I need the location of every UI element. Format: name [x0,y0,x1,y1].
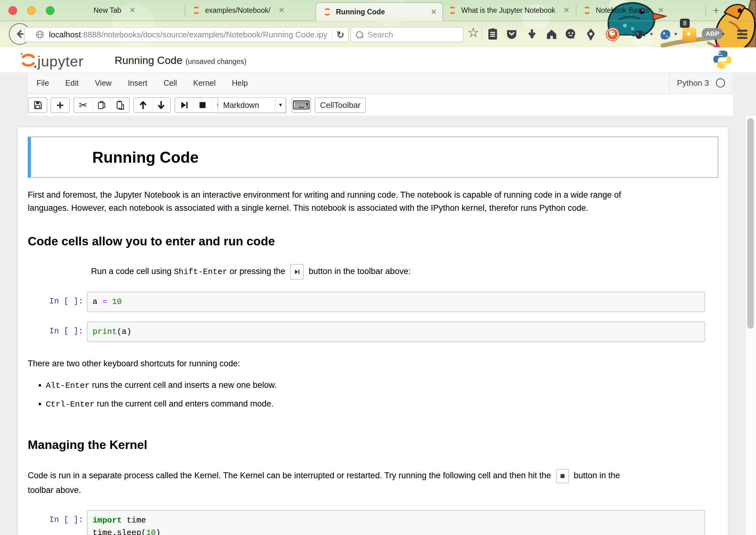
cell-type-select[interactable]: Markdown ▼ [218,97,286,113]
window-minimize-button[interactable] [27,6,36,15]
url-bar[interactable]: localhost:8888/notebooks/docs/source/exa… [24,27,348,42]
pocket-icon[interactable] [505,28,518,41]
paste-cell-button[interactable] [111,98,129,112]
window-zoom-button[interactable] [46,6,55,15]
kernel-indicator: Python 3 [669,73,733,93]
page-title: Running Code [92,148,712,166]
cut-cell-button[interactable]: ✂ [74,98,93,112]
scrollbar-thumb[interactable] [747,118,754,328]
url-host: localhost [49,30,81,40]
copy-cell-button[interactable] [93,98,111,112]
extension-badge: 8 [680,19,689,28]
bookmark-star-icon[interactable]: ☆ [468,25,479,40]
menu-kernel[interactable]: Kernel [185,78,224,88]
tab-notebook-basics[interactable]: Notebook Basics ✕ [583,0,664,20]
blue-extension-icon[interactable] [658,27,672,42]
code-line: a = 10 [93,296,700,308]
search-icon [356,31,363,38]
sparkle-extension-icon[interactable] [683,27,696,41]
window-close-button[interactable] [9,6,17,15]
tab-close-icon[interactable]: ✕ [563,6,570,14]
menu-edit[interactable]: Edit [57,78,87,88]
code-input-area[interactable]: import time time.sleep(10) [87,510,705,535]
save-icon [33,100,42,110]
code-cell[interactable]: In [ ]: print(a) [28,322,705,342]
code-input-area[interactable]: print(a) [87,322,705,342]
notebook-title[interactable]: Running Code [115,54,182,67]
extension-caret-icon[interactable]: ▾ [624,31,627,38]
kernel-name: Python 3 [677,78,709,88]
move-cell-down-button[interactable] [152,98,171,112]
paste-icon [116,100,124,110]
extension-caret-icon[interactable]: ▾ [650,31,653,38]
keyboard-icon: ⌨ [292,98,310,112]
menu-file[interactable]: File [28,78,57,88]
jupyter-favicon [193,7,200,14]
tab-new-tab[interactable]: New Tab ✕ [94,0,136,20]
menu-cell[interactable]: Cell [155,78,185,88]
menu-view[interactable]: View [87,78,120,88]
command-palette-button[interactable]: ⌨ [292,97,311,113]
jupyter-favicon [449,7,456,14]
tab-running-code-active[interactable]: Running Code ✕ [316,3,443,21]
menu-help[interactable]: Help [224,78,256,88]
list-item: Ctrl-Enter run the current cell and ente… [46,397,661,411]
arrow-down-icon [157,100,165,110]
extension-caret-icon[interactable]: ▾ [674,31,677,38]
page-scrollbar[interactable] [745,116,756,535]
tab-close-icon[interactable]: ✕ [431,8,437,16]
tab-examples-notebook[interactable]: examples/Notebook/ ✕ [193,0,285,20]
selected-markdown-cell[interactable]: Running Code [28,137,718,178]
shift-enter-kbd: Shift-Enter [174,267,228,276]
interrupt-kernel-button[interactable] [194,98,212,112]
tab-title: New Tab [94,6,121,14]
new-tab-button[interactable]: + [713,4,719,16]
notebook-menubar: File Edit View Insert Cell Kernel Help P… [28,72,733,94]
duckduckgo-icon[interactable] [605,27,620,42]
tab-what-is-jupyter[interactable]: What is the Jupyter Notebook ✕ [449,0,570,20]
home-icon[interactable] [545,28,558,41]
code-input-area[interactable]: a = 10 [87,292,705,312]
download-icon[interactable] [526,28,538,41]
adblock-plus-icon[interactable]: ABP [702,28,723,39]
plus-icon: + [56,98,64,112]
run-cell-button[interactable] [175,98,194,112]
reload-button[interactable]: ↻ [332,29,348,41]
tab-title: Notebook Basics [596,6,650,14]
code-cell[interactable]: In [ ]: a = 10 [28,292,705,312]
tab-close-icon[interactable]: ✕ [658,6,664,14]
kernel-paragraph-text: Code is run in a separate process called… [28,471,554,480]
jupyter-logo[interactable]: jupyter [19,50,84,70]
move-cell-group [133,97,171,113]
feedback-smiley-icon[interactable] [565,28,577,41]
send-to-device-icon[interactable] [585,28,596,41]
tab-strip: New Tab ✕ examples/Notebook/ ✕ Running C… [0,0,756,21]
tab-title: What is the Jupyter Notebook [461,6,555,14]
run-instruction-text: Run a code cell using [91,267,174,276]
move-cell-up-button[interactable] [134,98,152,112]
search-box[interactable] [351,27,463,42]
run-icon [180,101,188,109]
tab-close-icon[interactable]: ✕ [279,6,285,14]
menu-hamburger-icon[interactable] [736,29,748,40]
save-button[interactable] [28,97,47,113]
shortcut-text: runs the current cell and inserts a new … [90,380,276,390]
abp-caret-icon[interactable]: ▾ [722,31,724,38]
search-input[interactable] [367,30,452,40]
fly-extension-icon[interactable] [632,27,646,41]
input-prompt: In [ ]: [28,322,87,342]
code-cell[interactable]: In [ ]: import time time.sleep(10) [28,510,705,535]
jupyter-favicon [583,7,591,14]
shortcuts-intro: There are two other keyboard shortcuts f… [28,357,643,370]
shortcut-text: run the current cell and enters command … [94,399,274,408]
reading-list-icon[interactable] [487,28,499,41]
insert-cell-button[interactable]: + [50,97,70,113]
inline-stop-button-icon [556,469,569,483]
celltoolbar-button[interactable]: CellToolbar [315,97,366,113]
checkpoint-status: (unsaved changes) [185,57,247,66]
menu-insert[interactable]: Insert [120,78,155,88]
tab-close-icon[interactable]: ✕ [129,6,136,14]
list-item: Alt-Enter runs the current cell and inse… [46,378,661,393]
scissors-icon: ✂ [79,99,88,111]
code-line: import time [93,514,700,526]
